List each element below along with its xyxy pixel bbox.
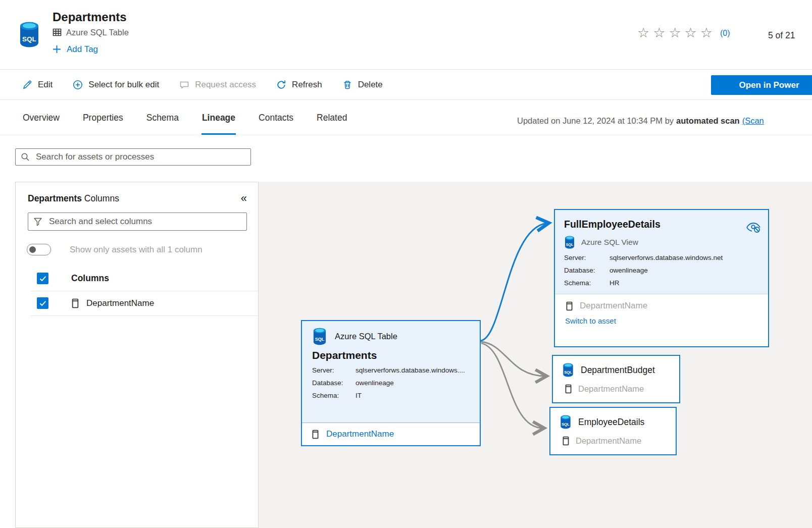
eye-prohibited-icon bbox=[746, 221, 761, 233]
open-in-power-bi-button[interactable]: Open in Power bbox=[711, 75, 812, 95]
star-rating[interactable]: ☆☆☆☆☆ (0) bbox=[637, 26, 730, 40]
column-icon bbox=[563, 436, 569, 446]
column-icon bbox=[565, 384, 572, 394]
command-bar: Edit Select for bulk edit Request access… bbox=[0, 70, 812, 100]
edge-to-fullemployeedetails[interactable] bbox=[481, 223, 547, 341]
schema-value: IT bbox=[356, 392, 362, 399]
node-title: FullEmployeeDetails bbox=[564, 219, 759, 230]
azure-sql-database-icon: SQL bbox=[562, 363, 574, 377]
panel-title-asset: Departments bbox=[28, 193, 82, 203]
columns-panel-title: Departments Columns bbox=[28, 193, 119, 204]
edit-button[interactable]: Edit bbox=[22, 80, 53, 90]
node-title: DepartmentBudget bbox=[581, 365, 655, 376]
updated-author: automated scan bbox=[676, 116, 740, 125]
lineage-node-fullemployeedetails[interactable]: FullEmployeeDetails SQL Azure SQL View S… bbox=[554, 209, 769, 347]
circle-plus-icon bbox=[73, 80, 83, 90]
column-filter-input[interactable] bbox=[48, 216, 241, 227]
columns-group-row: Columns bbox=[31, 267, 258, 291]
svg-text:SQL: SQL bbox=[22, 35, 36, 43]
toggle-label: Show only assets with all 1 column bbox=[70, 245, 202, 255]
plus-icon bbox=[53, 45, 61, 54]
columns-panel: Departments Columns « Show only assets w… bbox=[15, 182, 259, 528]
scan-link[interactable]: (Scan bbox=[742, 116, 764, 125]
table-grid-icon bbox=[53, 28, 62, 36]
column-row-departmentname: DepartmentName bbox=[31, 291, 258, 316]
tab-contacts[interactable]: Contacts bbox=[258, 100, 294, 135]
refresh-label: Refresh bbox=[292, 80, 322, 90]
delete-label: Delete bbox=[358, 80, 383, 90]
departments-node-header: SQL Azure SQL Table Departments Server:s… bbox=[302, 321, 480, 402]
schema-label: Schema: bbox=[312, 392, 356, 399]
star-icons[interactable]: ☆☆☆☆☆ bbox=[637, 26, 716, 40]
node-title: Departments bbox=[312, 349, 470, 361]
columns-group-checkbox[interactable] bbox=[37, 273, 48, 284]
azure-sql-database-icon: SQL bbox=[312, 328, 327, 345]
server-value: sqlserverforws.database.windows.... bbox=[356, 366, 465, 374]
toggle-knob bbox=[29, 246, 36, 253]
server-label: Server: bbox=[564, 254, 610, 261]
column-name: DepartmentName bbox=[326, 429, 394, 439]
lineage-node-departments[interactable]: SQL Azure SQL Table Departments Server:s… bbox=[301, 320, 481, 446]
asset-heading: Departments Azure SQL Table Add Tag bbox=[53, 10, 129, 55]
azure-sql-database-icon: SQL bbox=[18, 21, 40, 48]
tab-schema[interactable]: Schema bbox=[146, 100, 179, 135]
last-updated-text: Updated on June 12, 2024 at 10:34 PM bya… bbox=[517, 116, 764, 126]
column-row-departmentname[interactable]: DepartmentName bbox=[553, 377, 679, 394]
columns-group-label: Columns bbox=[71, 273, 109, 284]
column-row-departmentname-selected[interactable]: DepartmentName bbox=[302, 423, 480, 445]
column-icon bbox=[566, 301, 573, 311]
rating-count: (0) bbox=[720, 29, 730, 38]
server-value: sqlserverforws.database.windows.net bbox=[610, 254, 723, 261]
show-only-assets-toggle[interactable] bbox=[27, 244, 51, 255]
column-row-departmentname[interactable]: DepartmentName bbox=[550, 429, 676, 446]
azure-sql-database-icon: SQL bbox=[564, 236, 575, 249]
add-tag-label: Add Tag bbox=[67, 44, 98, 55]
node-title: EmployeeDetails bbox=[578, 417, 644, 428]
column-name: DepartmentName bbox=[576, 436, 641, 446]
schema-label: Schema: bbox=[564, 279, 610, 287]
delete-button[interactable]: Delete bbox=[342, 80, 383, 90]
server-label: Server: bbox=[312, 366, 356, 374]
refresh-icon bbox=[276, 80, 286, 90]
collapse-panel-icon[interactable]: « bbox=[241, 193, 247, 204]
edit-label: Edit bbox=[38, 80, 53, 90]
database-value: owenlineage bbox=[356, 379, 394, 387]
azure-sql-database-icon: SQL bbox=[560, 415, 572, 429]
trash-icon bbox=[342, 80, 352, 90]
select-for-bulk-edit-button[interactable]: Select for bulk edit bbox=[73, 80, 159, 90]
asset-header: SQL Departments Azure SQL Table Add Tag … bbox=[0, 0, 812, 70]
search-row bbox=[0, 135, 812, 182]
database-value: owenlineage bbox=[610, 267, 648, 274]
column-icon bbox=[312, 430, 319, 439]
tab-lineage[interactable]: Lineage bbox=[201, 100, 236, 135]
departmentname-checkbox[interactable] bbox=[37, 297, 48, 309]
node-type-label: Azure SQL Table bbox=[335, 332, 397, 341]
edge-to-departmentbudget[interactable] bbox=[481, 342, 545, 376]
asset-search-box[interactable] bbox=[15, 148, 251, 166]
search-icon bbox=[21, 152, 30, 162]
asset-type-label: Azure SQL Table bbox=[66, 28, 129, 37]
column-name: DepartmentName bbox=[580, 301, 647, 311]
column-row-departmentname[interactable]: DepartmentName bbox=[555, 294, 768, 312]
lineage-canvas[interactable]: SQL Azure SQL Table Departments Server:s… bbox=[259, 182, 812, 528]
column-filter-box[interactable] bbox=[28, 213, 247, 231]
panel-title-suffix: Columns bbox=[84, 193, 119, 203]
lineage-node-employeedetails[interactable]: SQL EmployeeDetails DepartmentName bbox=[549, 407, 677, 455]
edge-to-employeedetails[interactable] bbox=[481, 343, 543, 428]
svg-text:SQL: SQL bbox=[566, 243, 574, 247]
add-tag-button[interactable]: Add Tag bbox=[53, 44, 129, 55]
fullemployeedetails-node-header: FullEmployeeDetails SQL Azure SQL View S… bbox=[555, 210, 768, 294]
search-input[interactable] bbox=[35, 151, 245, 163]
tab-properties[interactable]: Properties bbox=[82, 100, 124, 135]
tab-related[interactable]: Related bbox=[316, 100, 347, 135]
column-label: DepartmentName bbox=[86, 298, 154, 308]
lineage-node-departmentbudget[interactable]: SQL DepartmentBudget DepartmentName bbox=[552, 355, 680, 403]
refresh-button[interactable]: Refresh bbox=[276, 80, 322, 90]
tab-overview[interactable]: Overview bbox=[22, 100, 60, 135]
filter-funnel-icon bbox=[33, 217, 42, 226]
database-label: Database: bbox=[312, 379, 356, 387]
pencil-icon bbox=[22, 80, 32, 90]
request-access-label: Request access bbox=[195, 80, 256, 90]
switch-to-asset-link[interactable]: Switch to asset bbox=[555, 312, 768, 325]
chat-bubble-icon bbox=[179, 80, 189, 90]
